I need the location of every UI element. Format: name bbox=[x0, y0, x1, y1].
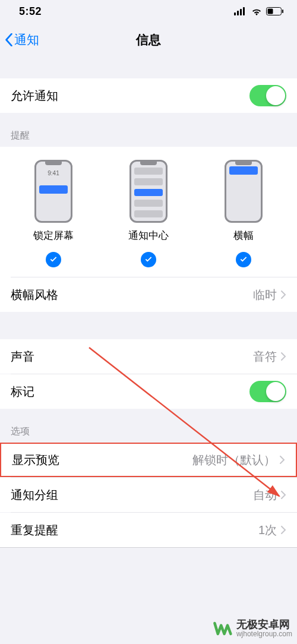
banner-style-label: 横幅风格 bbox=[11, 287, 58, 303]
allow-notifications-row[interactable]: 允许通知 bbox=[0, 78, 297, 113]
sounds-value: 音符 bbox=[253, 349, 277, 365]
lock-screen-preview: 9:41 bbox=[34, 160, 72, 223]
chevron-left-icon bbox=[5, 33, 13, 46]
svg-rect-5 bbox=[268, 9, 273, 14]
alert-option-lock-screen[interactable]: 9:41 锁定屏幕 bbox=[12, 160, 95, 267]
allow-notifications-switch[interactable] bbox=[249, 85, 286, 106]
chevron-right-icon bbox=[279, 455, 285, 465]
repeat-label: 重复提醒 bbox=[11, 522, 58, 538]
chevron-right-icon bbox=[280, 525, 286, 535]
show-previews-row[interactable]: 显示预览 解锁时（默认） bbox=[0, 443, 297, 477]
sounds-label: 声音 bbox=[11, 349, 34, 365]
badges-label: 标记 bbox=[11, 384, 34, 400]
alert-label: 锁定屏幕 bbox=[33, 229, 74, 242]
svg-rect-3 bbox=[243, 7, 245, 15]
notification-center-preview bbox=[129, 160, 168, 223]
battery-icon bbox=[266, 7, 284, 15]
chevron-right-icon bbox=[280, 352, 286, 361]
navigation-bar: 通知 信息 bbox=[0, 23, 297, 57]
svg-rect-2 bbox=[240, 9, 242, 15]
alerts-header: 提醒 bbox=[0, 113, 297, 147]
repeat-alerts-row[interactable]: 重复提醒 1次 bbox=[0, 513, 297, 547]
chevron-right-icon bbox=[280, 290, 286, 299]
svg-rect-0 bbox=[234, 12, 236, 15]
alert-option-notification-center[interactable]: 通知中心 bbox=[107, 160, 190, 267]
status-icons bbox=[234, 7, 284, 15]
check-icon bbox=[236, 252, 251, 267]
grouping-label: 通知分组 bbox=[11, 487, 58, 503]
show-previews-label: 显示预览 bbox=[12, 452, 59, 468]
status-bar: 5:52 bbox=[0, 0, 297, 23]
options-header: 选项 bbox=[0, 409, 297, 443]
badges-switch[interactable] bbox=[249, 381, 286, 402]
grouping-value: 自动 bbox=[253, 487, 277, 503]
alert-label: 横幅 bbox=[233, 229, 254, 242]
allow-notifications-label: 允许通知 bbox=[11, 88, 58, 104]
wifi-icon bbox=[251, 7, 263, 15]
status-time: 5:52 bbox=[19, 5, 42, 18]
signal-icon bbox=[234, 7, 247, 15]
check-icon bbox=[141, 252, 156, 267]
notification-grouping-row[interactable]: 通知分组 自动 bbox=[0, 478, 297, 512]
banner-style-row[interactable]: 横幅风格 临时 bbox=[0, 277, 297, 312]
banner-preview bbox=[225, 160, 263, 223]
show-previews-value: 解锁时（默认） bbox=[192, 452, 276, 468]
watermark-name: 无极安卓网 bbox=[236, 619, 292, 631]
alerts-group: 9:41 锁定屏幕 通知中心 横幅 横幅风格 临时 bbox=[0, 147, 297, 312]
sounds-row[interactable]: 声音 音符 bbox=[0, 339, 297, 374]
chevron-right-icon bbox=[280, 490, 286, 500]
svg-rect-1 bbox=[237, 11, 239, 15]
svg-rect-6 bbox=[282, 10, 283, 13]
repeat-value: 1次 bbox=[258, 522, 277, 538]
alert-option-banner[interactable]: 横幅 bbox=[202, 160, 285, 267]
page-title: 信息 bbox=[0, 31, 297, 48]
back-button[interactable]: 通知 bbox=[0, 31, 39, 48]
check-icon bbox=[46, 252, 61, 267]
banner-style-value: 临时 bbox=[253, 287, 277, 303]
badges-row[interactable]: 标记 bbox=[0, 374, 297, 409]
watermark: 无极安卓网 wjhotelgroup.com bbox=[211, 618, 292, 639]
watermark-url: wjhotelgroup.com bbox=[236, 630, 292, 638]
watermark-logo bbox=[211, 618, 233, 639]
alert-label: 通知中心 bbox=[128, 229, 169, 242]
back-label: 通知 bbox=[14, 31, 39, 48]
